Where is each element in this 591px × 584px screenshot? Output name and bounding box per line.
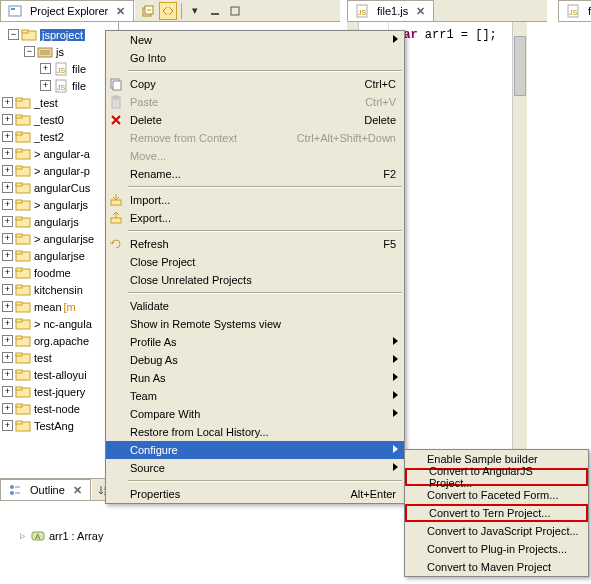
expander-icon[interactable] <box>2 284 13 295</box>
tree-label[interactable]: file <box>72 63 86 75</box>
menu-compare-with[interactable]: Compare With <box>106 405 404 423</box>
expander-icon[interactable] <box>2 114 13 125</box>
tree-label[interactable]: jsproject <box>40 29 85 41</box>
menu-new[interactable]: New <box>106 31 404 49</box>
expander-icon[interactable] <box>2 403 13 414</box>
tree-label[interactable]: test-jquery <box>34 386 85 398</box>
collapse-all-icon[interactable] <box>139 2 157 20</box>
expander-icon[interactable] <box>2 165 13 176</box>
maximize-icon[interactable] <box>226 2 244 20</box>
tree-label[interactable]: _test2 <box>34 131 64 143</box>
submenu-convert-tern[interactable]: Convert to Tern Project... <box>405 504 588 522</box>
expander-icon[interactable] <box>40 63 51 74</box>
tree-label[interactable]: > angularjs <box>34 199 88 211</box>
menu-delete[interactable]: DeleteDelete <box>106 111 404 129</box>
tree-project-row[interactable]: test-node <box>2 400 118 417</box>
submenu-convert-javascript[interactable]: Convert to JavaScript Project... <box>405 522 588 540</box>
tree-project-row[interactable]: mean[m <box>2 298 118 315</box>
tree-project-row[interactable]: _test2 <box>2 128 118 145</box>
menu-refresh[interactable]: RefreshF5 <box>106 235 404 253</box>
expander-icon[interactable] <box>2 369 13 380</box>
tree-project-row[interactable]: kitchensin <box>2 281 118 298</box>
expander-icon[interactable] <box>40 80 51 91</box>
view-menu-icon[interactable]: ▾ <box>186 2 204 20</box>
tree-project-row[interactable]: test-jquery <box>2 383 118 400</box>
tree-label[interactable]: TestAng <box>34 420 74 432</box>
expander-icon[interactable] <box>2 386 13 397</box>
editor-tab-file2[interactable]: JS file <box>558 0 591 21</box>
tree-project-row[interactable]: foodme <box>2 264 118 281</box>
expander-icon[interactable] <box>2 318 13 329</box>
minimize-icon[interactable] <box>206 2 224 20</box>
expander-icon[interactable] <box>2 352 13 363</box>
tree-label[interactable]: angularjs <box>34 216 79 228</box>
tree-label[interactable]: > angular-p <box>34 165 90 177</box>
tree-project-row[interactable]: angularjs <box>2 213 118 230</box>
menu-rename[interactable]: Rename...F2 <box>106 165 404 183</box>
tree-label[interactable]: kitchensin <box>34 284 83 296</box>
tree-project-row[interactable]: > nc-angula <box>2 315 118 332</box>
submenu-convert-plugin[interactable]: Convert to Plug-in Projects... <box>405 540 588 558</box>
tree-project-row[interactable]: test-alloyui <box>2 366 118 383</box>
tree-label[interactable]: > angular-a <box>34 148 90 160</box>
submenu-convert-maven[interactable]: Convert to Maven Project <box>405 558 588 576</box>
outline-item[interactable]: ▹ A arr1 : Array <box>10 527 330 544</box>
tree-label[interactable]: test <box>34 352 52 364</box>
tree-label[interactable]: mean <box>34 301 62 313</box>
expander-icon[interactable] <box>8 29 19 40</box>
expander-icon[interactable] <box>2 250 13 261</box>
menu-validate[interactable]: Validate <box>106 297 404 315</box>
expander-icon[interactable] <box>2 420 13 431</box>
menu-copy[interactable]: CopyCtrl+C <box>106 75 404 93</box>
editor-scrollbar[interactable] <box>512 22 527 472</box>
expander-icon[interactable] <box>2 148 13 159</box>
tree-project-row[interactable]: _test <box>2 94 118 111</box>
tree-project-row[interactable]: test <box>2 349 118 366</box>
close-icon[interactable]: ✕ <box>116 5 125 18</box>
expander-icon[interactable] <box>24 46 35 57</box>
tree-label[interactable]: angularCus <box>34 182 90 194</box>
menu-show-remote[interactable]: Show in Remote Systems view <box>106 315 404 333</box>
menu-close-project[interactable]: Close Project <box>106 253 404 271</box>
menu-debug-as[interactable]: Debug As <box>106 351 404 369</box>
menu-close-unrelated[interactable]: Close Unrelated Projects <box>106 271 404 289</box>
expander-icon[interactable] <box>2 335 13 346</box>
editor-tab-file1[interactable]: JS file1.js ✕ <box>347 0 434 21</box>
outline-tab[interactable]: Outline ✕ <box>0 479 91 500</box>
expander-icon[interactable] <box>2 267 13 278</box>
tree-project-row[interactable]: _test0 <box>2 111 118 128</box>
tree-label[interactable]: foodme <box>34 267 71 279</box>
submenu-convert-angularjs[interactable]: Convert to AngularJS Project... <box>405 468 588 486</box>
tree-label[interactable]: angularjse <box>34 250 85 262</box>
menu-profile-as[interactable]: Profile As <box>106 333 404 351</box>
menu-export[interactable]: Export... <box>106 209 404 227</box>
tree-project-row[interactable]: angularjse <box>2 247 118 264</box>
tree-label[interactable]: test-alloyui <box>34 369 87 381</box>
tree-label[interactable]: org.apache <box>34 335 89 347</box>
tree-label[interactable]: > angularjse <box>34 233 94 245</box>
submenu-convert-faceted[interactable]: Convert to Faceted Form... <box>405 486 588 504</box>
tree-project-row[interactable]: > angularjse <box>2 230 118 247</box>
menu-go-into[interactable]: Go Into <box>106 49 404 67</box>
tree-project-row[interactable]: org.apache <box>2 332 118 349</box>
menu-source[interactable]: Source <box>106 459 404 477</box>
tree-label[interactable]: _test <box>34 97 58 109</box>
menu-team[interactable]: Team <box>106 387 404 405</box>
tree-project-row[interactable]: > angular-p <box>2 162 118 179</box>
tree-label[interactable]: js <box>56 46 64 58</box>
expander-icon[interactable] <box>2 233 13 244</box>
expander-icon[interactable] <box>2 301 13 312</box>
tree-project-row[interactable]: angularCus <box>2 179 118 196</box>
menu-import[interactable]: Import... <box>106 191 404 209</box>
tree-project-row[interactable]: > angularjs <box>2 196 118 213</box>
menu-restore-history[interactable]: Restore from Local History... <box>106 423 404 441</box>
link-editor-icon[interactable] <box>159 2 177 20</box>
tree-label[interactable]: _test0 <box>34 114 64 126</box>
editor-content[interactable]: var arr1 = []; <box>396 28 497 42</box>
close-icon[interactable]: ✕ <box>416 5 425 18</box>
close-icon[interactable]: ✕ <box>73 484 82 497</box>
expander-icon[interactable] <box>2 97 13 108</box>
tree-project-row[interactable]: > angular-a <box>2 145 118 162</box>
menu-properties[interactable]: PropertiesAlt+Enter <box>106 485 404 503</box>
tree-project-row[interactable]: TestAng <box>2 417 118 434</box>
